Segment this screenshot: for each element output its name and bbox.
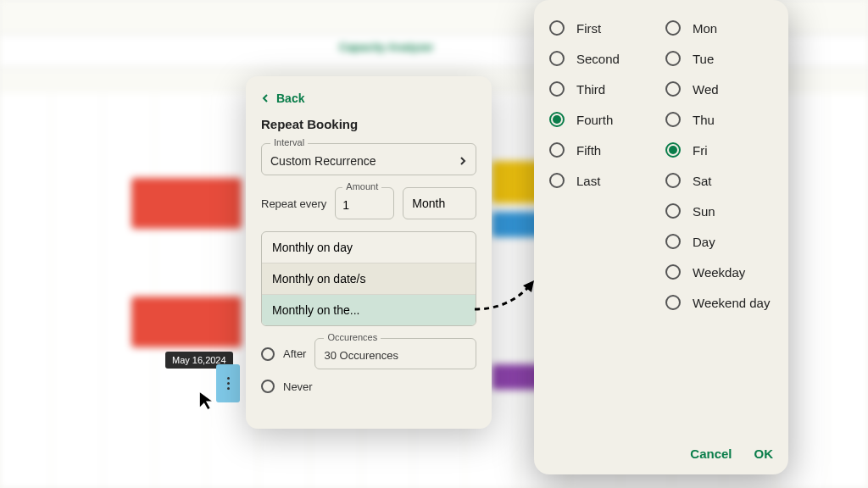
day-option-sun[interactable]: Sun bbox=[665, 203, 773, 219]
radio-icon bbox=[549, 112, 565, 127]
back-button[interactable]: Back bbox=[261, 92, 476, 105]
option-label: Third bbox=[576, 82, 605, 97]
radio-icon bbox=[549, 81, 565, 97]
radio-icon bbox=[665, 81, 681, 97]
day-option-mon[interactable]: Mon bbox=[665, 20, 773, 36]
option-label: Sat bbox=[693, 174, 712, 188]
kebab-menu-icon bbox=[227, 377, 230, 390]
capacity-analyzer-label: Capacity Analyzer bbox=[339, 41, 434, 53]
radio-icon bbox=[549, 173, 565, 188]
monthly-mode-selected[interactable]: Monthly on day bbox=[262, 232, 476, 263]
day-cell-actions[interactable] bbox=[216, 364, 240, 402]
radio-icon bbox=[549, 51, 565, 66]
amount-float-label: Amount bbox=[342, 181, 381, 191]
unit-select[interactable]: Month bbox=[403, 187, 476, 219]
back-label: Back bbox=[276, 92, 304, 105]
option-label: Tue bbox=[693, 52, 714, 66]
interval-select[interactable]: Interval Custom Recurrence bbox=[261, 143, 476, 175]
day-option-weekend-day[interactable]: Weekend day bbox=[665, 295, 773, 310]
option-label: Thu bbox=[693, 113, 715, 127]
option-label: Fourth bbox=[576, 113, 613, 127]
repeat-booking-panel: Back Repeat Booking Interval Custom Recu… bbox=[246, 76, 492, 429]
repeat-every-label: Repeat every bbox=[261, 197, 326, 210]
unit-value: Month bbox=[412, 197, 445, 210]
option-label: First bbox=[576, 21, 601, 36]
after-label: After bbox=[283, 347, 306, 360]
day-option-wed[interactable]: Wed bbox=[665, 81, 773, 97]
amount-input[interactable]: Amount 1 bbox=[335, 187, 394, 219]
never-label: Never bbox=[283, 380, 313, 393]
ends-after-row[interactable]: After Occurences 30 Occurences bbox=[261, 338, 476, 369]
interval-value: Custom Recurrence bbox=[270, 154, 376, 168]
option-label: Day bbox=[693, 235, 715, 249]
radio-icon bbox=[665, 142, 681, 158]
option-label: Sun bbox=[693, 204, 715, 219]
ordinal-option-third[interactable]: Third bbox=[549, 81, 657, 97]
option-label: Weekend day bbox=[693, 296, 770, 310]
radio-icon bbox=[665, 51, 681, 66]
radio-icon bbox=[665, 203, 681, 219]
day-option-thu[interactable]: Thu bbox=[665, 112, 773, 127]
radio-icon bbox=[665, 112, 681, 127]
day-option-day[interactable]: Day bbox=[665, 234, 773, 249]
ordinal-option-second[interactable]: Second bbox=[549, 51, 657, 66]
radio-icon bbox=[261, 380, 275, 393]
occurrences-input[interactable]: Occurences 30 Occurences bbox=[314, 338, 476, 369]
interval-float-label: Interval bbox=[270, 137, 308, 147]
ordinal-day-picker: FirstSecondThirdFourthFifthLast MonTueWe… bbox=[534, 0, 788, 474]
occ-value: 30 Occurences bbox=[324, 349, 398, 362]
radio-icon bbox=[665, 264, 681, 280]
cursor-icon bbox=[197, 390, 219, 415]
monthly-on-dates-option[interactable]: Monthly on date/s bbox=[262, 263, 476, 294]
ends-never-row[interactable]: Never bbox=[261, 380, 476, 393]
amount-value: 1 bbox=[342, 198, 349, 212]
occ-float-label: Occurences bbox=[324, 332, 381, 342]
radio-icon bbox=[261, 347, 275, 361]
day-option-tue[interactable]: Tue bbox=[665, 51, 773, 66]
radio-icon bbox=[549, 20, 565, 36]
ordinal-option-last[interactable]: Last bbox=[549, 173, 657, 188]
option-label: Wed bbox=[693, 82, 719, 97]
chevron-left-icon bbox=[261, 92, 270, 105]
ok-button[interactable]: OK bbox=[754, 446, 774, 461]
monthly-on-the-option[interactable]: Monthly on the... bbox=[262, 294, 476, 325]
option-label: Weekday bbox=[693, 265, 745, 280]
option-label: Mon bbox=[693, 21, 717, 36]
option-label: Fri bbox=[693, 143, 708, 158]
option-label: Last bbox=[576, 174, 600, 188]
chevron-right-icon bbox=[459, 154, 467, 168]
ordinals-column: FirstSecondThirdFourthFifthLast bbox=[549, 20, 657, 438]
day-option-fri[interactable]: Fri bbox=[665, 142, 773, 158]
ordinal-option-first[interactable]: First bbox=[549, 20, 657, 36]
option-label: Fifth bbox=[576, 143, 601, 158]
radio-icon bbox=[665, 234, 681, 249]
days-column: MonTueWedThuFriSatSunDayWeekdayWeekend d… bbox=[665, 20, 773, 438]
radio-icon bbox=[665, 173, 681, 188]
cancel-button[interactable]: Cancel bbox=[690, 446, 732, 461]
day-option-sat[interactable]: Sat bbox=[665, 173, 773, 188]
panel-title: Repeat Booking bbox=[261, 117, 476, 131]
monthly-mode-dropdown[interactable]: Monthly on day Monthly on date/s Monthly… bbox=[261, 231, 476, 326]
day-option-weekday[interactable]: Weekday bbox=[665, 264, 773, 280]
ordinal-option-fifth[interactable]: Fifth bbox=[549, 142, 657, 158]
radio-icon bbox=[665, 295, 681, 310]
radio-icon bbox=[665, 20, 681, 36]
option-label: Second bbox=[576, 52, 620, 66]
ordinal-option-fourth[interactable]: Fourth bbox=[549, 112, 657, 127]
radio-icon bbox=[549, 142, 565, 158]
